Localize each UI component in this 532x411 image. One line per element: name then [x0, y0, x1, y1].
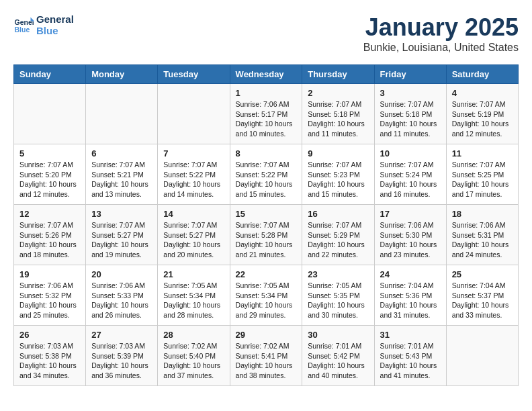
- day-number: 15: [236, 209, 297, 219]
- day-cell: 19Sunrise: 7:06 AM Sunset: 5:32 PM Dayli…: [14, 265, 86, 326]
- day-info: Sunrise: 7:04 AM Sunset: 5:36 PM Dayligh…: [380, 281, 441, 320]
- day-number: 28: [163, 330, 224, 340]
- week-row-2: 5Sunrise: 7:07 AM Sunset: 5:20 PM Daylig…: [14, 144, 519, 205]
- day-cell: 18Sunrise: 7:06 AM Sunset: 5:31 PM Dayli…: [446, 205, 518, 265]
- day-number: 23: [308, 269, 368, 279]
- calendar-subtitle: Bunkie, Louisiana, United States: [363, 42, 519, 54]
- day-info: Sunrise: 7:07 AM Sunset: 5:24 PM Dayligh…: [380, 160, 441, 199]
- day-number: 30: [308, 330, 368, 340]
- day-info: Sunrise: 7:07 AM Sunset: 5:26 PM Dayligh…: [19, 220, 80, 260]
- svg-text:Blue: Blue: [15, 26, 30, 34]
- day-info: Sunrise: 7:07 AM Sunset: 5:25 PM Dayligh…: [452, 160, 513, 199]
- day-cell: 23Sunrise: 7:05 AM Sunset: 5:35 PM Dayli…: [302, 265, 374, 326]
- day-cell: 6Sunrise: 7:07 AM Sunset: 5:21 PM Daylig…: [86, 144, 158, 205]
- day-cell: 22Sunrise: 7:05 AM Sunset: 5:34 PM Dayli…: [230, 265, 302, 326]
- day-number: 17: [380, 209, 441, 219]
- day-info: Sunrise: 7:05 AM Sunset: 5:34 PM Dayligh…: [236, 281, 297, 320]
- day-cell: 16Sunrise: 7:07 AM Sunset: 5:29 PM Dayli…: [302, 205, 374, 265]
- day-number: 29: [236, 330, 297, 340]
- day-cell: 1Sunrise: 7:06 AM Sunset: 5:17 PM Daylig…: [230, 84, 302, 144]
- day-number: 31: [380, 330, 441, 340]
- day-info: Sunrise: 7:06 AM Sunset: 5:31 PM Dayligh…: [452, 220, 513, 260]
- day-cell: 20Sunrise: 7:06 AM Sunset: 5:33 PM Dayli…: [86, 265, 158, 326]
- day-number: 21: [163, 269, 224, 279]
- day-cell: 4Sunrise: 7:07 AM Sunset: 5:19 PM Daylig…: [446, 84, 518, 144]
- day-info: Sunrise: 7:01 AM Sunset: 5:42 PM Dayligh…: [308, 341, 368, 381]
- day-info: Sunrise: 7:07 AM Sunset: 5:28 PM Dayligh…: [236, 220, 297, 260]
- day-cell: 30Sunrise: 7:01 AM Sunset: 5:42 PM Dayli…: [302, 326, 374, 386]
- day-number: 13: [91, 209, 152, 219]
- day-cell: 17Sunrise: 7:06 AM Sunset: 5:30 PM Dayli…: [374, 205, 446, 265]
- day-number: 27: [91, 330, 152, 340]
- day-cell: [86, 84, 158, 144]
- day-info: Sunrise: 7:06 AM Sunset: 5:17 PM Dayligh…: [236, 99, 297, 139]
- day-number: 22: [236, 269, 297, 279]
- day-info: Sunrise: 7:06 AM Sunset: 5:33 PM Dayligh…: [91, 281, 152, 320]
- day-cell: [446, 326, 518, 386]
- logo: General Blue General Blue: [13, 13, 74, 36]
- day-number: 14: [163, 209, 224, 219]
- calendar-title: January 2025: [363, 13, 519, 42]
- day-cell: 11Sunrise: 7:07 AM Sunset: 5:25 PM Dayli…: [446, 144, 518, 205]
- day-number: 7: [163, 148, 224, 158]
- day-number: 4: [452, 88, 513, 98]
- day-cell: [158, 84, 230, 144]
- header-cell-wednesday: Wednesday: [230, 65, 302, 84]
- week-row-5: 26Sunrise: 7:03 AM Sunset: 5:38 PM Dayli…: [14, 326, 519, 386]
- day-info: Sunrise: 7:01 AM Sunset: 5:43 PM Dayligh…: [380, 341, 441, 381]
- page-header: General Blue General Blue January 2025 B…: [13, 13, 519, 54]
- day-cell: 28Sunrise: 7:02 AM Sunset: 5:40 PM Dayli…: [158, 326, 230, 386]
- header-cell-monday: Monday: [86, 65, 158, 84]
- day-number: 2: [308, 88, 368, 98]
- title-block: January 2025 Bunkie, Louisiana, United S…: [363, 13, 519, 54]
- day-number: 19: [19, 269, 80, 279]
- week-row-1: 1Sunrise: 7:06 AM Sunset: 5:17 PM Daylig…: [14, 84, 519, 144]
- day-cell: 12Sunrise: 7:07 AM Sunset: 5:26 PM Dayli…: [14, 205, 86, 265]
- day-number: 25: [452, 269, 513, 279]
- day-number: 12: [19, 209, 80, 219]
- day-cell: 8Sunrise: 7:07 AM Sunset: 5:22 PM Daylig…: [230, 144, 302, 205]
- day-number: 6: [91, 148, 152, 158]
- day-number: 18: [452, 209, 513, 219]
- header-cell-thursday: Thursday: [302, 65, 374, 84]
- day-number: 9: [308, 148, 368, 158]
- day-cell: 24Sunrise: 7:04 AM Sunset: 5:36 PM Dayli…: [374, 265, 446, 326]
- day-info: Sunrise: 7:06 AM Sunset: 5:30 PM Dayligh…: [380, 220, 441, 260]
- day-cell: 31Sunrise: 7:01 AM Sunset: 5:43 PM Dayli…: [374, 326, 446, 386]
- day-cell: 27Sunrise: 7:03 AM Sunset: 5:39 PM Dayli…: [86, 326, 158, 386]
- day-cell: 25Sunrise: 7:04 AM Sunset: 5:37 PM Dayli…: [446, 265, 518, 326]
- day-info: Sunrise: 7:06 AM Sunset: 5:32 PM Dayligh…: [19, 281, 80, 320]
- header-row: SundayMondayTuesdayWednesdayThursdayFrid…: [14, 65, 519, 84]
- header-cell-sunday: Sunday: [14, 65, 86, 84]
- day-info: Sunrise: 7:07 AM Sunset: 5:27 PM Dayligh…: [91, 220, 152, 260]
- day-info: Sunrise: 7:07 AM Sunset: 5:29 PM Dayligh…: [308, 220, 368, 260]
- logo-icon: General Blue: [13, 15, 34, 35]
- day-info: Sunrise: 7:02 AM Sunset: 5:41 PM Dayligh…: [236, 341, 297, 381]
- day-cell: 7Sunrise: 7:07 AM Sunset: 5:22 PM Daylig…: [158, 144, 230, 205]
- day-info: Sunrise: 7:07 AM Sunset: 5:18 PM Dayligh…: [380, 99, 441, 139]
- day-number: 11: [452, 148, 513, 158]
- day-info: Sunrise: 7:07 AM Sunset: 5:21 PM Dayligh…: [91, 160, 152, 199]
- day-cell: 29Sunrise: 7:02 AM Sunset: 5:41 PM Dayli…: [230, 326, 302, 386]
- day-info: Sunrise: 7:03 AM Sunset: 5:38 PM Dayligh…: [19, 341, 80, 381]
- day-info: Sunrise: 7:07 AM Sunset: 5:19 PM Dayligh…: [452, 99, 513, 139]
- day-cell: [14, 84, 86, 144]
- logo-name: General Blue: [36, 13, 74, 36]
- day-info: Sunrise: 7:07 AM Sunset: 5:18 PM Dayligh…: [308, 99, 368, 139]
- day-number: 20: [91, 269, 152, 279]
- header-cell-saturday: Saturday: [446, 65, 518, 84]
- day-cell: 15Sunrise: 7:07 AM Sunset: 5:28 PM Dayli…: [230, 205, 302, 265]
- day-info: Sunrise: 7:07 AM Sunset: 5:22 PM Dayligh…: [163, 160, 224, 199]
- day-cell: 26Sunrise: 7:03 AM Sunset: 5:38 PM Dayli…: [14, 326, 86, 386]
- day-cell: 3Sunrise: 7:07 AM Sunset: 5:18 PM Daylig…: [374, 84, 446, 144]
- day-cell: 5Sunrise: 7:07 AM Sunset: 5:20 PM Daylig…: [14, 144, 86, 205]
- day-cell: 10Sunrise: 7:07 AM Sunset: 5:24 PM Dayli…: [374, 144, 446, 205]
- day-info: Sunrise: 7:03 AM Sunset: 5:39 PM Dayligh…: [91, 341, 152, 381]
- calendar-table: SundayMondayTuesdayWednesdayThursdayFrid…: [13, 64, 519, 386]
- day-cell: 21Sunrise: 7:05 AM Sunset: 5:34 PM Dayli…: [158, 265, 230, 326]
- day-info: Sunrise: 7:07 AM Sunset: 5:23 PM Dayligh…: [308, 160, 368, 199]
- day-cell: 14Sunrise: 7:07 AM Sunset: 5:27 PM Dayli…: [158, 205, 230, 265]
- day-info: Sunrise: 7:07 AM Sunset: 5:22 PM Dayligh…: [236, 160, 297, 199]
- header-cell-tuesday: Tuesday: [158, 65, 230, 84]
- week-row-3: 12Sunrise: 7:07 AM Sunset: 5:26 PM Dayli…: [14, 205, 519, 265]
